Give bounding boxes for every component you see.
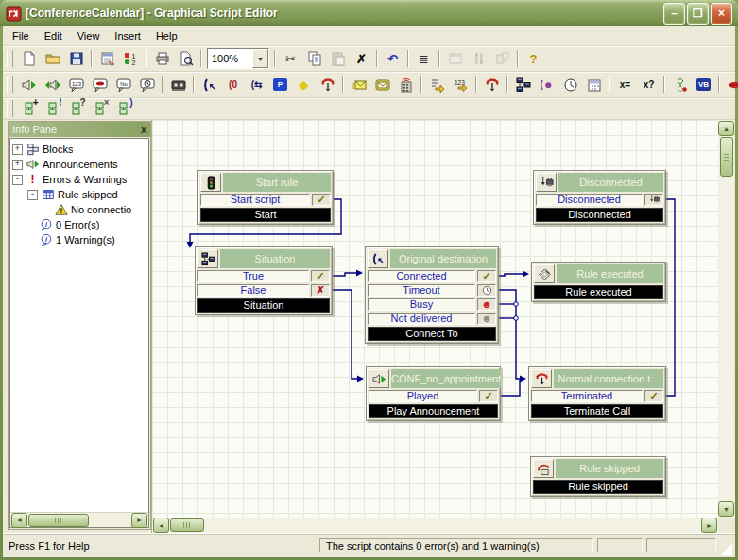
block-disconnected[interactable]: DisconnectedDisconnectedDisconnected bbox=[533, 170, 666, 225]
scrollbar-thumb[interactable] bbox=[170, 518, 204, 532]
block-start-rule[interactable]: Start ruleStart script✓Start bbox=[197, 170, 334, 225]
rule-order-button[interactable]: 12 bbox=[119, 48, 143, 70]
decision-button[interactable]: ◆ bbox=[292, 74, 316, 95]
tree-item-announcements[interactable]: +Announcements bbox=[12, 157, 148, 172]
jump-number-button[interactable]: 123 bbox=[449, 74, 472, 95]
jump-rule-button[interactable] bbox=[425, 74, 449, 95]
cross-port[interactable]: ✗ bbox=[311, 284, 330, 297]
disconnect-port[interactable] bbox=[644, 194, 663, 206]
wait-button[interactable] bbox=[558, 74, 582, 95]
rule-call-button[interactable]: ) bbox=[112, 98, 135, 120]
scroll-left-icon[interactable]: ◄ bbox=[11, 513, 27, 528]
block-output-row[interactable]: Terminated✓ bbox=[531, 390, 663, 402]
toolbar-grip[interactable] bbox=[7, 100, 13, 117]
block-normal-connection[interactable]: Normal connection t...Terminated✓Termina… bbox=[528, 366, 666, 421]
chevron-down-icon[interactable]: ▼ bbox=[252, 49, 268, 68]
set-variable-button[interactable]: x= bbox=[613, 74, 637, 95]
time-announcement-button[interactable] bbox=[135, 74, 159, 95]
block-output-row[interactable]: Busy☻ bbox=[368, 298, 496, 311]
toolbar-grip[interactable] bbox=[7, 76, 13, 93]
maximize-button[interactable]: ❒ bbox=[687, 3, 709, 25]
scrollbar-thumb[interactable] bbox=[28, 514, 89, 527]
delete-rule-button[interactable]: × bbox=[88, 98, 112, 120]
tree-item-error-count[interactable]: i0 Error(s) bbox=[12, 217, 148, 232]
title-bar[interactable]: [ConferenceCalendar] - Graphical Script … bbox=[0, 0, 738, 26]
new-file-button[interactable] bbox=[17, 48, 41, 70]
resize-grip[interactable] bbox=[720, 543, 732, 555]
scroll-left-icon[interactable]: ◄ bbox=[153, 518, 169, 533]
add-rule-button[interactable]: + bbox=[17, 98, 41, 120]
check-port[interactable]: ✓ bbox=[644, 390, 663, 402]
forward-call-button[interactable]: (⇆ bbox=[245, 74, 268, 95]
block-output-row[interactable]: Played✓ bbox=[369, 390, 498, 402]
block-output-row[interactable]: Not delivered☻ bbox=[368, 313, 496, 325]
rule-priority-button[interactable]: ! bbox=[41, 98, 64, 120]
transfer-call-button[interactable]: (0 bbox=[221, 74, 245, 95]
play-announcement-button[interactable] bbox=[17, 74, 41, 95]
voice-input-button[interactable]: No bbox=[112, 74, 135, 95]
check-port[interactable]: ✓ bbox=[479, 390, 498, 402]
disconnect-call-button[interactable] bbox=[316, 74, 339, 95]
show-message-button[interactable] bbox=[370, 74, 394, 95]
block-output-row[interactable]: Disconnected bbox=[536, 194, 663, 206]
record-announcement-button[interactable] bbox=[41, 74, 64, 95]
copy-button[interactable] bbox=[302, 48, 326, 70]
dtmf-button[interactable] bbox=[394, 74, 418, 95]
block-header[interactable]: Normal connection t... bbox=[531, 369, 663, 388]
menu-help[interactable]: Help bbox=[148, 28, 185, 43]
call-person-button[interactable]: (☻ bbox=[535, 74, 558, 95]
vbscript-button[interactable]: VB bbox=[692, 74, 715, 95]
block-output-row[interactable]: True✓ bbox=[197, 270, 330, 282]
tree-item-warning-count[interactable]: i1 Warning(s) bbox=[12, 232, 148, 247]
person-red-port[interactable]: ☻ bbox=[477, 298, 496, 311]
clock-port[interactable] bbox=[477, 284, 496, 297]
block-original-destination[interactable]: Original destinationConnected✓TimeoutBus… bbox=[365, 246, 499, 344]
block-output-row[interactable]: Connected✓ bbox=[368, 270, 496, 282]
block-action-bar[interactable]: Play Announcement bbox=[369, 404, 498, 418]
block-output-row[interactable]: False✗ bbox=[197, 284, 330, 297]
block-action-bar[interactable]: Rule executed bbox=[534, 285, 663, 299]
properties-button[interactable] bbox=[95, 48, 119, 70]
block-header[interactable]: Rule skipped bbox=[533, 459, 663, 478]
park-call-button[interactable]: P bbox=[268, 74, 292, 95]
tree-expander[interactable]: - bbox=[27, 190, 38, 200]
menu-insert[interactable]: Insert bbox=[107, 28, 148, 43]
block-action-bar[interactable]: Connect To bbox=[368, 327, 496, 341]
tree-expander[interactable]: + bbox=[12, 144, 23, 155]
block-header[interactable]: Start rule bbox=[200, 173, 331, 192]
block-rule-skipped[interactable]: Rule skippedRule skipped bbox=[530, 456, 666, 497]
block-output-row[interactable]: Timeout bbox=[368, 284, 496, 297]
block-action-bar[interactable]: Start bbox=[200, 208, 331, 222]
block-action-bar[interactable]: Terminate Call bbox=[531, 404, 663, 418]
person-gray-port[interactable]: ☻ bbox=[477, 313, 496, 325]
save-button[interactable] bbox=[64, 48, 88, 70]
application-icon[interactable] bbox=[6, 6, 22, 21]
undo-button[interactable]: ↶ bbox=[381, 48, 404, 70]
zoom-combobox[interactable]: 100%▼ bbox=[207, 48, 269, 69]
open-file-button[interactable] bbox=[41, 48, 64, 70]
block-action-bar[interactable]: Disconnected bbox=[536, 208, 663, 222]
calendar-button[interactable] bbox=[582, 74, 606, 95]
cut-button[interactable]: ✂ bbox=[279, 48, 302, 70]
recorder-button[interactable] bbox=[166, 74, 190, 95]
check-port[interactable]: ✓ bbox=[312, 194, 331, 206]
speak-button[interactable] bbox=[723, 74, 738, 95]
block-rule-executed[interactable]: Rule executedRule executed bbox=[531, 262, 666, 302]
tree-expander[interactable]: - bbox=[12, 175, 23, 185]
block-action-bar[interactable]: Situation bbox=[197, 298, 330, 313]
canvas-horizontal-scrollbar[interactable]: ◄ ► bbox=[152, 518, 718, 533]
check-port[interactable]: ✓ bbox=[311, 270, 330, 282]
delete-button[interactable]: ✗ bbox=[350, 48, 373, 70]
terminate-call-button[interactable] bbox=[480, 74, 504, 95]
block-situation[interactable]: SituationTrue✓False✗Situation bbox=[195, 246, 333, 315]
canvas-vertical-scrollbar[interactable]: ▲ ▼ bbox=[718, 120, 734, 518]
info-pane-close-icon[interactable]: x bbox=[141, 125, 146, 135]
action-list-button[interactable]: ≣ bbox=[412, 48, 436, 70]
scroll-up-icon[interactable]: ▲ bbox=[718, 121, 734, 136]
situation-button[interactable] bbox=[511, 74, 535, 95]
info-pane-header[interactable]: Info Pane x bbox=[9, 122, 150, 137]
rule-help-button[interactable]: ? bbox=[64, 98, 88, 120]
block-action-bar[interactable]: Rule skipped bbox=[533, 480, 663, 494]
block-header[interactable]: CONF_no_appointment bbox=[369, 369, 498, 388]
tree-item-errors-warnings[interactable]: -!Errors & Warnings bbox=[12, 172, 148, 187]
